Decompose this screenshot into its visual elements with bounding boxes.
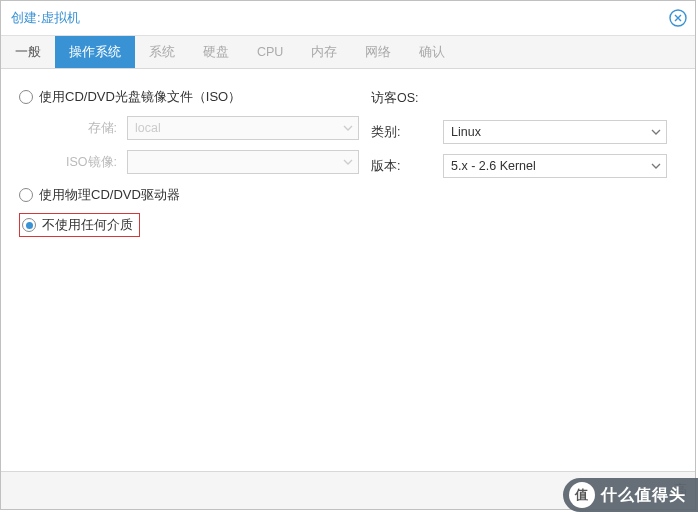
radio-iso-label: 使用CD/DVD光盘镜像文件（ISO） — [39, 88, 241, 106]
watermark-text: 什么值得头 — [601, 485, 686, 506]
radio-none[interactable] — [22, 218, 36, 232]
guestos-label: 访客OS: — [371, 90, 443, 107]
storage-select: local — [127, 116, 359, 140]
row-type: 类别: Linux — [371, 117, 677, 147]
tab-memory[interactable]: 内存 — [297, 36, 351, 68]
tab-confirm[interactable]: 确认 — [405, 36, 459, 68]
row-storage: 存储: local — [19, 113, 359, 143]
tabs-bar: 一般 操作系统 系统 硬盘 CPU 内存 网络 确认 — [1, 35, 695, 69]
right-column: 访客OS: 类别: Linux 版本: 5.x - 2.6 Kernel — [359, 83, 677, 241]
title-bar: 创建: 虚拟机 — [1, 1, 695, 35]
radio-physical[interactable] — [19, 188, 33, 202]
tab-general[interactable]: 一般 — [1, 36, 55, 68]
row-guestos: 访客OS: — [371, 83, 677, 113]
chevron-down-icon — [651, 127, 661, 137]
left-column: 使用CD/DVD光盘镜像文件（ISO） 存储: local ISO镜像: 使用物… — [19, 83, 359, 241]
version-select[interactable]: 5.x - 2.6 Kernel — [443, 154, 667, 178]
radio-row-none: 不使用任何介质 — [19, 211, 359, 239]
title-subject: 虚拟机 — [41, 9, 80, 27]
content-area: 使用CD/DVD光盘镜像文件（ISO） 存储: local ISO镜像: 使用物… — [1, 69, 695, 241]
close-icon[interactable] — [669, 9, 687, 27]
tab-os[interactable]: 操作系统 — [55, 36, 135, 68]
tab-cpu[interactable]: CPU — [243, 36, 297, 68]
radio-row-iso: 使用CD/DVD光盘镜像文件（ISO） — [19, 83, 359, 111]
watermark-badge-icon: 值 — [569, 482, 595, 508]
storage-label: 存储: — [19, 120, 127, 137]
radio-none-label: 不使用任何介质 — [42, 216, 133, 234]
type-value: Linux — [451, 125, 481, 139]
type-select[interactable]: Linux — [443, 120, 667, 144]
isoimage-select — [127, 150, 359, 174]
tab-network[interactable]: 网络 — [351, 36, 405, 68]
version-value: 5.x - 2.6 Kernel — [451, 159, 536, 173]
type-label: 类别: — [371, 124, 443, 141]
title-prefix: 创建: — [11, 9, 41, 27]
tab-disk[interactable]: 硬盘 — [189, 36, 243, 68]
watermark-overlay: 值 什么值得头 — [563, 478, 698, 512]
version-label: 版本: — [371, 158, 443, 175]
storage-value: local — [135, 121, 161, 135]
row-version: 版本: 5.x - 2.6 Kernel — [371, 151, 677, 181]
radio-iso[interactable] — [19, 90, 33, 104]
chevron-down-icon — [343, 123, 353, 133]
tab-system[interactable]: 系统 — [135, 36, 189, 68]
chevron-down-icon — [343, 157, 353, 167]
radio-physical-label: 使用物理CD/DVD驱动器 — [39, 186, 180, 204]
isoimage-label: ISO镜像: — [19, 154, 127, 171]
highlight-box: 不使用任何介质 — [19, 213, 140, 237]
row-isoimage: ISO镜像: — [19, 147, 359, 177]
radio-row-physical: 使用物理CD/DVD驱动器 — [19, 181, 359, 209]
chevron-down-icon — [651, 161, 661, 171]
